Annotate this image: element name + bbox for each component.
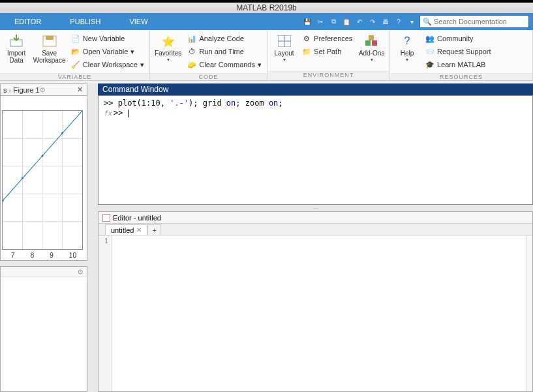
save-workspace-button[interactable]: Save Workspace [33,33,66,64]
window-title-bar: MATLAB R2019b [0,0,533,13]
editor-body[interactable]: 1 [99,235,532,391]
tab-editor[interactable]: EDITOR [0,13,55,30]
open-variable-button[interactable]: 📂Open Variable▾ [70,46,145,57]
clear-commands-label: Clear Commands [199,61,255,68]
analyze-code-button[interactable]: 📊Analyze Code [186,33,263,44]
code-area[interactable] [112,235,532,391]
clear-workspace-label: Clear Workspace [83,61,138,68]
preferences-button[interactable]: ⚙Preferences [301,33,354,44]
run-time-label: Run and Time [199,48,243,55]
save-workspace-icon [42,34,57,48]
search-documentation[interactable]: 🔍 [419,15,529,28]
chevron-down-icon: ▾ [394,57,420,63]
command-window-body[interactable]: >> plot(1:10, '.-'); grid on; zoom on; f… [99,96,532,121]
axes[interactable] [2,110,83,250]
cut-icon[interactable]: ✂ [315,16,326,27]
new-variable-label: New Variable [83,35,125,42]
dropdown-icon[interactable]: ▾ [406,16,417,27]
community-icon: 👥 [425,34,434,43]
tab-view[interactable]: VIEW [115,13,162,30]
chevron-down-icon: ▾ [258,61,262,69]
community-button[interactable]: 👥Community [424,33,493,44]
analyze-label: Analyze Code [199,35,244,42]
fx-icon[interactable]: fx [104,110,112,117]
desktop-work-area: s - Figure 1 ⊙ ✕ 7 8 9 10 ⊙ Command Wind… [0,83,533,392]
undo-icon[interactable]: ↶ [354,16,365,27]
editor-tab-bar: untitled ✕ + [99,224,532,235]
toolstrip: Import Data Save Workspace 📄New Variable… [0,30,533,81]
timer-icon: ⏱ [187,47,196,56]
code-text: ; zoom [236,98,269,108]
redo-icon[interactable]: ↷ [367,16,378,27]
editor-tab-untitled[interactable]: untitled ✕ [105,224,147,235]
figure-title-bar[interactable]: s - Figure 1 ⊙ ✕ [0,83,87,95]
editor-title-bar[interactable]: Editor - untitled [99,212,532,224]
save-workspace-label: Save Workspace [33,50,66,64]
save-icon[interactable]: 💾 [302,16,312,27]
print-icon[interactable]: 🖶 [380,16,391,27]
search-input[interactable] [434,18,526,25]
section-resources: ? Help ▾ 👥Community 📨Request Support 🎓Le… [390,30,533,80]
command-window-title: Command Window [102,85,168,94]
tab-editor-label: EDITOR [14,18,41,25]
path-icon: 📁 [302,47,311,56]
figure-menu-icon[interactable]: ⊙ [40,86,45,93]
section-label-code: CODE [150,73,267,80]
editor-panel: Editor - untitled untitled ✕ + 1 [98,211,533,392]
code-text-area[interactable] [112,235,526,391]
window-title: MATLAB R2019b [236,3,297,12]
figure-panel[interactable]: 7 8 9 10 [0,95,87,261]
copy-icon[interactable]: ⧉ [328,16,339,27]
text-cursor [128,110,129,117]
help-button[interactable]: ? Help ▾ [394,33,420,63]
keyword-on: on [226,98,236,108]
layout-icon [277,34,292,48]
command-window-title-bar[interactable]: Command Window [98,83,533,95]
svg-rect-6 [365,40,371,46]
command-window[interactable]: >> plot(1:10, '.-'); grid on; zoom on; f… [98,95,533,205]
support-icon: 📨 [425,47,434,56]
line-number: 1 [101,237,108,245]
run-and-time-button[interactable]: ⏱Run and Time [186,46,263,57]
close-icon[interactable]: ✕ [77,85,83,94]
horizontal-splitter[interactable]: ⋯ [98,206,533,211]
analyze-icon: 📊 [187,34,196,43]
import-data-button[interactable]: Import Data [4,33,29,64]
code-analyzer-strip[interactable] [526,235,532,391]
svg-rect-2 [46,36,53,40]
new-variable-button[interactable]: 📄New Variable [70,33,145,44]
plot-svg [3,111,82,249]
lower-left-panel-header[interactable]: ⊙ [1,267,87,277]
chevron-down-icon: ▾ [140,61,144,69]
paste-icon[interactable]: 📋 [341,16,352,27]
new-tab-button[interactable]: + [147,224,160,235]
chevron-down-icon: ▾ [130,48,134,56]
learn-matlab-button[interactable]: 🎓Learn MATLAB [424,59,493,70]
help-big-icon: ? [399,34,415,48]
code-text: ); grid [189,98,226,108]
clear-workspace-button[interactable]: 🧹Clear Workspace▾ [70,59,145,70]
open-variable-label: Open Variable [83,48,129,55]
addons-button[interactable]: Add-Ons ▾ [358,33,386,63]
tab-publish-label: PUBLISH [70,18,100,25]
clear-commands-button[interactable]: 🧽Clear Commands▾ [186,59,263,70]
string-literal: '.-' [170,98,189,108]
quick-access-toolbar: 💾 ✂ ⧉ 📋 ↶ ↷ 🖶 ? ▾ 🔍 [298,13,533,30]
svg-point-17 [22,177,23,179]
search-icon: 🔍 [423,18,432,26]
layout-button[interactable]: Layout ▾ [271,33,297,63]
favorites-button[interactable]: ⭐ Favorites ▾ [154,33,182,63]
addons-label: Add-Ons [358,50,386,57]
tab-publish[interactable]: PUBLISH [55,13,115,30]
import-icon [8,34,24,48]
help-icon[interactable]: ? [393,16,404,27]
close-tab-icon[interactable]: ✕ [136,226,142,234]
command-prompt-line[interactable]: fx>> [104,108,527,118]
set-path-button[interactable]: 📁Set Path [301,46,354,57]
request-support-button[interactable]: 📨Request Support [424,46,493,57]
section-label-resources: RESOURCES [390,73,532,80]
clear-workspace-icon: 🧹 [71,60,80,69]
favorites-label: Favorites [154,50,182,57]
x-tick-labels: 7 8 9 10 [1,252,87,259]
xtick: 9 [50,252,53,259]
